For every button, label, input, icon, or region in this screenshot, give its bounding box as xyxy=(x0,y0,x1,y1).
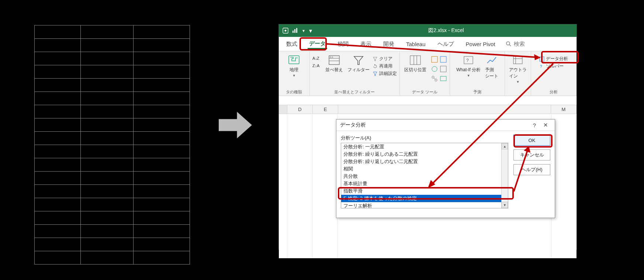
svg-line-41 xyxy=(432,63,553,184)
svg-line-43 xyxy=(514,151,527,191)
guide-arrows xyxy=(0,0,644,280)
svg-marker-40 xyxy=(534,54,541,60)
svg-line-39 xyxy=(327,44,536,57)
